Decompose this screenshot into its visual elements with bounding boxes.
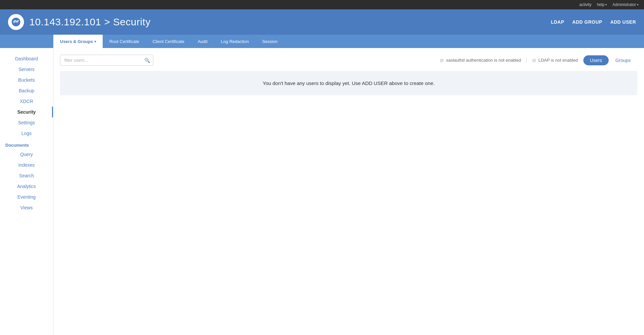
sidebar-item-buckets[interactable]: Buckets <box>0 75 53 85</box>
subnav-session[interactable]: Session <box>255 35 284 48</box>
user-filter-input[interactable] <box>60 55 153 66</box>
empty-state: You don't have any users to display yet.… <box>60 71 637 95</box>
subnav-users-groups[interactable]: Users & Groups ▾ <box>53 35 103 48</box>
sub-nav: Users & Groups ▾ Root Certificate Client… <box>0 35 644 48</box>
sidebar-item-settings[interactable]: Settings <box>0 117 53 128</box>
users-groups-toggle: Users Groups <box>583 55 637 65</box>
sasl-status: ⊘ saslauthd authentication is not enable… <box>440 57 521 63</box>
users-toggle-button[interactable]: Users <box>583 55 609 65</box>
sasl-status-icon: ⊘ <box>440 57 444 63</box>
help-label: help <box>597 2 605 7</box>
top-bar: activity help ▾ Administrator ▾ <box>0 0 644 9</box>
admin-dropdown[interactable]: Administrator ▾ <box>612 2 639 7</box>
add-group-button[interactable]: ADD GROUP <box>572 19 602 25</box>
header-actions: LDAP ADD GROUP ADD USER <box>551 19 636 25</box>
subnav-client-certificate[interactable]: Client Certificate <box>146 35 191 48</box>
admin-label: Administrator <box>612 2 636 7</box>
app-logo <box>8 14 24 30</box>
ldap-status-text: LDAP is not enabled <box>538 58 578 63</box>
help-chevron-icon: ▾ <box>605 3 607 6</box>
ldap-button[interactable]: LDAP <box>551 19 564 25</box>
header-title: 10.143.192.101 > Security <box>29 16 151 28</box>
filter-row: 🔍 ⊘ saslauthd authentication is not enab… <box>60 55 637 66</box>
groups-toggle-button[interactable]: Groups <box>609 55 637 65</box>
filter-left: 🔍 <box>60 55 153 66</box>
sidebar-item-xdcr[interactable]: XDCR <box>0 96 53 107</box>
filter-right: ⊘ saslauthd authentication is not enable… <box>440 55 637 65</box>
sidebar-item-security[interactable]: Security <box>0 107 53 117</box>
empty-message: You don't have any users to display yet.… <box>263 80 435 86</box>
ldap-status-icon: ⊘ <box>532 57 536 63</box>
main-header: 10.143.192.101 > Security LDAP ADD GROUP… <box>0 9 644 35</box>
sidebar-item-logs[interactable]: Logs <box>0 128 53 139</box>
sidebar-item-search[interactable]: Search <box>0 170 53 181</box>
sidebar-item-analytics[interactable]: Analytics <box>0 181 53 192</box>
ldap-status: ⊘ LDAP is not enabled <box>532 57 578 63</box>
header-left: 10.143.192.101 > Security <box>8 14 151 30</box>
sidebar-item-indexes[interactable]: Indexes <box>0 160 53 170</box>
sidebar: Dashboard Servers Buckets Backup XDCR Se… <box>0 48 53 335</box>
sidebar-item-servers[interactable]: Servers <box>0 64 53 75</box>
subnav-audit[interactable]: Audit <box>191 35 214 48</box>
sidebar-item-query[interactable]: Query <box>0 149 53 160</box>
subnav-log-redaction[interactable]: Log Redaction <box>214 35 256 48</box>
sasl-status-text: saslauthd authentication is not enabled <box>446 58 521 63</box>
help-dropdown[interactable]: help ▾ <box>597 2 607 7</box>
search-icon[interactable]: 🔍 <box>144 58 150 63</box>
sidebar-item-eventing[interactable]: Eventing <box>0 192 53 202</box>
search-box: 🔍 <box>60 55 153 66</box>
sidebar-section-documents: Documents <box>0 139 53 149</box>
users-groups-chevron-icon: ▾ <box>94 40 96 43</box>
sidebar-item-dashboard[interactable]: Dashboard <box>0 53 53 64</box>
app-body: Dashboard Servers Buckets Backup XDCR Se… <box>0 48 644 335</box>
sidebar-item-views[interactable]: Views <box>0 202 53 213</box>
status-separator <box>526 58 527 63</box>
activity-link[interactable]: activity <box>579 2 592 7</box>
main-content: 🔍 ⊘ saslauthd authentication is not enab… <box>53 48 644 335</box>
sidebar-item-backup[interactable]: Backup <box>0 85 53 96</box>
add-user-button[interactable]: ADD USER <box>610 19 636 25</box>
admin-chevron-icon: ▾ <box>637 3 639 6</box>
subnav-root-certificate[interactable]: Root Certificate <box>103 35 146 48</box>
